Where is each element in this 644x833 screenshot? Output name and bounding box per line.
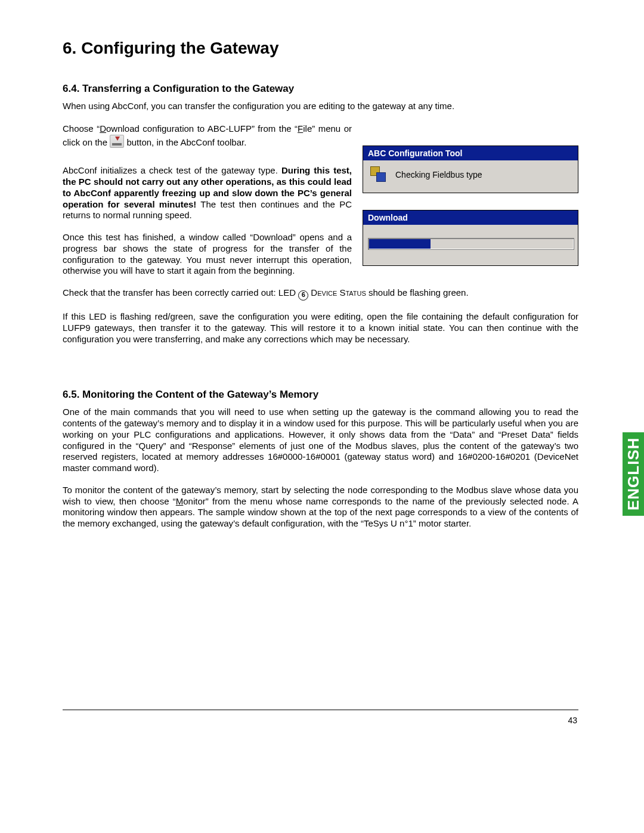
text: D	[308, 287, 317, 298]
dialog-configuration-tool: ABC Configuration Tool Checking Fieldbus…	[363, 145, 578, 193]
text: Choose “	[63, 123, 100, 134]
dialog-message: Checking Fieldbus type	[395, 170, 482, 179]
menu-letter-d: D	[100, 123, 106, 134]
dialog-title: ABC Configuration Tool	[363, 146, 578, 160]
text: tatus	[345, 287, 366, 298]
footer-divider	[63, 710, 578, 710]
page-number: 43	[568, 716, 577, 725]
para-64-4: Once this test has finished, a window ca…	[63, 232, 352, 277]
led-number-icon: 6	[298, 290, 308, 301]
text: ownload configuration to ABC-LUFP” from …	[106, 123, 298, 134]
dialog-download: Download	[363, 210, 578, 266]
text: button, in the AbcConf toolbar.	[124, 137, 246, 147]
menu-letter-m: M	[176, 496, 184, 506]
para-64-5: Check that the transfer has been correct…	[63, 287, 578, 301]
menu-letter-f: F	[298, 123, 303, 134]
progress-bar	[368, 238, 574, 250]
para-64-2: Choose “Download configuration to ABC-LU…	[63, 123, 352, 149]
text: AbcConf initializes a check test of the …	[63, 165, 281, 175]
dialog-app-icon	[370, 166, 387, 183]
language-tab: ENGLISH	[623, 432, 644, 516]
para-64-3: AbcConf initializes a check test of the …	[63, 165, 352, 221]
dialog-title: Download	[363, 210, 578, 225]
text: S	[337, 287, 345, 298]
text: should be flashing green.	[366, 287, 469, 298]
para-65-1: One of the main commands that you will n…	[63, 407, 578, 474]
section-65-title: 6.5. Monitoring the Content of the Gatew…	[63, 389, 578, 401]
chapter-title: 6. Configuring the Gateway	[63, 39, 578, 58]
para-64-6: If this LED is flashing red/green, save …	[63, 311, 578, 345]
text: Check that the transfer has been correct…	[63, 287, 298, 298]
para-64-1: When using AbcConf, you can transfer the…	[63, 101, 578, 112]
para-65-2: To monitor the content of the gateway’s …	[63, 485, 578, 529]
progress-fill	[369, 239, 431, 249]
section-64-title: 6.4. Transferring a Configuration to the…	[63, 83, 578, 95]
download-toolbar-icon	[110, 135, 124, 148]
text: evice	[317, 287, 337, 298]
